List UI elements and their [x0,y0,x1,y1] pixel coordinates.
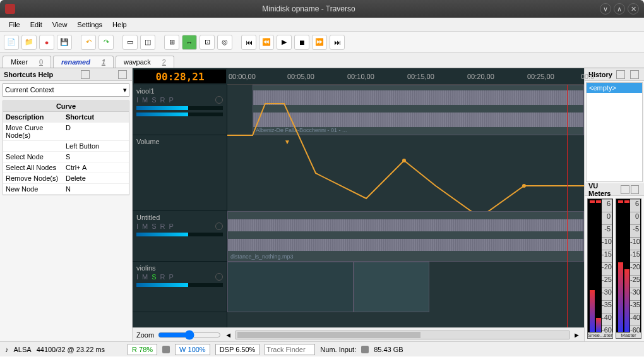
driver-label: ALSA [14,346,32,353]
scroll-right-icon[interactable]: ► [573,331,580,339]
open-button[interactable]: 📁 [21,35,37,50]
history-list[interactable]: <empty> [586,82,643,182]
timecode-display: 00:28,21 [133,68,227,85]
svg-point-2 [522,184,526,188]
menubar: File Edit View Settings Help [0,18,644,32]
audio-clip[interactable] [227,262,354,312]
zoom-bar: Zoom ◄ ► [133,327,584,341]
pan-dial[interactable] [215,96,223,104]
hdd-icon [361,346,369,353]
context-dropdown[interactable]: Current Context [3,83,129,97]
new-button[interactable]: 📄 [4,35,19,50]
tool4-button[interactable]: ◎ [217,35,232,50]
skip-start-button[interactable]: ⏮ [241,35,256,50]
audio-clip[interactable]: distance_is_nothing.mp3 [227,211,584,262]
undo-button[interactable]: ↶ [81,35,96,50]
timeline-canvas: 00:28,21 00:00,00 00:05,00 00:10,00 00:1… [133,68,584,341]
forward-button[interactable]: ⏩ [312,35,327,50]
history-item[interactable]: <empty> [587,83,642,93]
shortcuts-panel: Shortcuts Help Current Context Curve Des… [0,68,133,341]
app-logo [5,4,15,14]
track-meter [136,113,223,116]
save-button[interactable]: 💾 [57,35,72,50]
maximize-button[interactable]: ∧ [614,3,625,15]
record-button[interactable]: ● [39,35,54,50]
close-button[interactable]: ✕ [628,3,639,15]
statusbar: ♪ ALSA 44100/32 @ 23.22 ms R 78% W 100% … [0,341,644,356]
track-meter [136,106,223,110]
menu-file[interactable]: File [4,20,25,30]
panel-detach-icon[interactable] [621,185,629,194]
redo-button[interactable]: ↷ [98,35,114,50]
samplerate-label: 44100/32 @ 23.22 ms [37,346,105,353]
time-ruler[interactable]: 00:00,00 00:05,00 00:10,00 00:15,00 00:2… [227,68,584,85]
panel-close-icon[interactable] [631,185,639,194]
clip-label: distance_is_nothing.mp3 [230,253,294,260]
play-button[interactable]: ▶ [277,35,292,50]
rewind-button[interactable]: ⏪ [259,35,274,50]
panel-close-icon[interactable] [630,70,639,79]
zoom-slider[interactable] [158,330,221,340]
tab-renamed[interactable]: renamed1 [53,56,114,68]
skip-end-button[interactable]: ⏭ [330,35,345,50]
track-header-viool1[interactable]: viool1 IMSRP [133,85,227,135]
shortcuts-section: Curve [3,101,129,112]
sheet-tabs: Mixer0 renamed1 wavpack2 [0,53,644,68]
panel-detach-icon[interactable] [81,70,90,79]
tool2-button[interactable]: ◫ [140,35,155,50]
audio-clip[interactable] [354,262,429,312]
num-input-label: Num. Input: [320,346,356,353]
pan-dial[interactable] [215,222,223,230]
panel-detach-icon[interactable] [616,70,625,79]
track-area[interactable]: Albeniz-De Falla-Boccherini - 01 - ... ▼… [227,85,584,327]
scroll-button[interactable]: ↔ [182,35,197,50]
disk-icon [162,346,170,353]
track-header-volume[interactable]: Volume [133,135,227,211]
shortcuts-table: Curve DescriptionShortcut Move Curve Nod… [3,100,129,195]
vu-header: VU Meters [585,183,644,196]
dsp-status: DSP 6.50% [215,344,260,355]
tab-mixer[interactable]: Mixer0 [3,56,51,68]
pan-dial[interactable] [215,273,223,281]
menu-help[interactable]: Help [107,20,132,30]
read-buffer-status: R 78% [128,344,157,355]
track-header-violins[interactable]: violins IMSRP [133,262,227,312]
track-finder-input[interactable] [265,344,315,355]
panel-close-icon[interactable] [118,70,127,79]
toolbar: 📄 📁 ● 💾 ↶ ↷ ▭ ◫ ⊞ ↔ ⊡ ◎ ⏮ ⏪ ▶ ⏹ ⏩ ⏭ [0,32,644,53]
tab-wavpack[interactable]: wavpack2 [116,56,174,68]
right-panel: History <empty> VU Meters 60-5-10-15-20-… [584,68,644,341]
track-headers: viool1 IMSRP Volume Untitled IMSRP violi… [133,85,227,327]
clip-label: Albeniz-De Falla-Boccherini - 01 - ... [256,127,347,133]
menu-edit[interactable]: Edit [25,20,47,30]
shortcuts-header: Shortcuts Help [0,68,132,81]
window-title: Minidisk opname - Traverso [20,4,597,13]
tool3-button[interactable]: ⊡ [200,35,215,50]
audio-clip[interactable]: Albeniz-De Falla-Boccherini - 01 - ... [253,85,584,135]
minimize-button[interactable]: ∨ [600,3,611,15]
track-meter [136,233,223,236]
svg-point-0 [402,159,406,162]
playhead[interactable] [567,85,568,327]
track-meter [136,283,223,287]
titlebar: Minidisk opname - Traverso ∨ ∧ ✕ [0,0,644,18]
tool1-button[interactable]: ▭ [122,35,138,50]
vu-meters: 60-5-10-15-20-25-30-35-40-60 Shee...ster… [585,196,644,341]
vu-meter-master: 60-5-10-15-20-25-30-35-40-60 Master [616,198,641,339]
menu-settings[interactable]: Settings [72,20,107,30]
write-buffer-status: W 100% [175,344,210,355]
stop-button[interactable]: ⏹ [294,35,309,50]
menu-view[interactable]: View [47,20,73,30]
disk-space: 85.43 GB [374,346,403,353]
zoom-label: Zoom [136,331,154,339]
scroll-left-icon[interactable]: ◄ [225,331,232,339]
note-icon: ♪ [5,346,9,353]
track-header-untitled[interactable]: Untitled IMSRP [133,211,227,262]
horizontal-scrollbar[interactable] [236,331,569,339]
vu-meter-sheet: 60-5-10-15-20-25-30-35-40-60 Shee...ster [587,198,613,339]
snap-button[interactable]: ⊞ [164,35,179,50]
